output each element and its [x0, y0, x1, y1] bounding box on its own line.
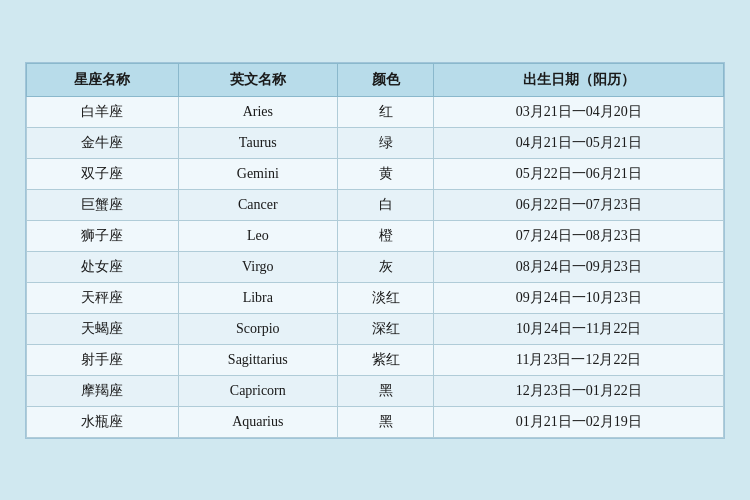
- cell-dates: 01月21日一02月19日: [434, 406, 724, 437]
- cell-chinese-name: 狮子座: [27, 220, 179, 251]
- cell-dates: 11月23日一12月22日: [434, 344, 724, 375]
- cell-chinese-name: 射手座: [27, 344, 179, 375]
- cell-chinese-name: 金牛座: [27, 127, 179, 158]
- cell-english-name: Libra: [178, 282, 337, 313]
- col-header-chinese: 星座名称: [27, 63, 179, 96]
- table-row: 狮子座Leo橙07月24日一08月23日: [27, 220, 724, 251]
- cell-color: 红: [337, 96, 434, 127]
- cell-chinese-name: 白羊座: [27, 96, 179, 127]
- cell-english-name: Gemini: [178, 158, 337, 189]
- cell-english-name: Scorpio: [178, 313, 337, 344]
- cell-color: 淡红: [337, 282, 434, 313]
- table-row: 天蝎座Scorpio深红10月24日一11月22日: [27, 313, 724, 344]
- cell-english-name: Aries: [178, 96, 337, 127]
- cell-english-name: Cancer: [178, 189, 337, 220]
- table-row: 天秤座Libra淡红09月24日一10月23日: [27, 282, 724, 313]
- cell-dates: 09月24日一10月23日: [434, 282, 724, 313]
- cell-color: 黑: [337, 375, 434, 406]
- table-row: 白羊座Aries红03月21日一04月20日: [27, 96, 724, 127]
- cell-color: 橙: [337, 220, 434, 251]
- table-row: 射手座Sagittarius紫红11月23日一12月22日: [27, 344, 724, 375]
- cell-chinese-name: 天蝎座: [27, 313, 179, 344]
- cell-dates: 03月21日一04月20日: [434, 96, 724, 127]
- cell-dates: 05月22日一06月21日: [434, 158, 724, 189]
- cell-chinese-name: 处女座: [27, 251, 179, 282]
- cell-english-name: Virgo: [178, 251, 337, 282]
- cell-dates: 06月22日一07月23日: [434, 189, 724, 220]
- table-header-row: 星座名称 英文名称 颜色 出生日期（阳历）: [27, 63, 724, 96]
- cell-english-name: Aquarius: [178, 406, 337, 437]
- table-row: 巨蟹座Cancer白06月22日一07月23日: [27, 189, 724, 220]
- col-header-dates: 出生日期（阳历）: [434, 63, 724, 96]
- cell-english-name: Sagittarius: [178, 344, 337, 375]
- cell-color: 绿: [337, 127, 434, 158]
- cell-english-name: Taurus: [178, 127, 337, 158]
- cell-english-name: Capricorn: [178, 375, 337, 406]
- cell-chinese-name: 巨蟹座: [27, 189, 179, 220]
- cell-color: 黑: [337, 406, 434, 437]
- table-row: 水瓶座Aquarius黑01月21日一02月19日: [27, 406, 724, 437]
- table-row: 金牛座Taurus绿04月21日一05月21日: [27, 127, 724, 158]
- table-row: 处女座Virgo灰08月24日一09月23日: [27, 251, 724, 282]
- cell-dates: 04月21日一05月21日: [434, 127, 724, 158]
- cell-chinese-name: 摩羯座: [27, 375, 179, 406]
- cell-dates: 10月24日一11月22日: [434, 313, 724, 344]
- zodiac-table-container: 星座名称 英文名称 颜色 出生日期（阳历） 白羊座Aries红03月21日一04…: [25, 62, 725, 439]
- cell-dates: 08月24日一09月23日: [434, 251, 724, 282]
- cell-chinese-name: 双子座: [27, 158, 179, 189]
- table-row: 双子座Gemini黄05月22日一06月21日: [27, 158, 724, 189]
- col-header-color: 颜色: [337, 63, 434, 96]
- cell-color: 白: [337, 189, 434, 220]
- cell-color: 灰: [337, 251, 434, 282]
- cell-color: 黄: [337, 158, 434, 189]
- cell-chinese-name: 水瓶座: [27, 406, 179, 437]
- cell-color: 紫红: [337, 344, 434, 375]
- cell-chinese-name: 天秤座: [27, 282, 179, 313]
- table-body: 白羊座Aries红03月21日一04月20日金牛座Taurus绿04月21日一0…: [27, 96, 724, 437]
- cell-color: 深红: [337, 313, 434, 344]
- cell-english-name: Leo: [178, 220, 337, 251]
- col-header-english: 英文名称: [178, 63, 337, 96]
- cell-dates: 12月23日一01月22日: [434, 375, 724, 406]
- table-row: 摩羯座Capricorn黑12月23日一01月22日: [27, 375, 724, 406]
- cell-dates: 07月24日一08月23日: [434, 220, 724, 251]
- zodiac-table: 星座名称 英文名称 颜色 出生日期（阳历） 白羊座Aries红03月21日一04…: [26, 63, 724, 438]
